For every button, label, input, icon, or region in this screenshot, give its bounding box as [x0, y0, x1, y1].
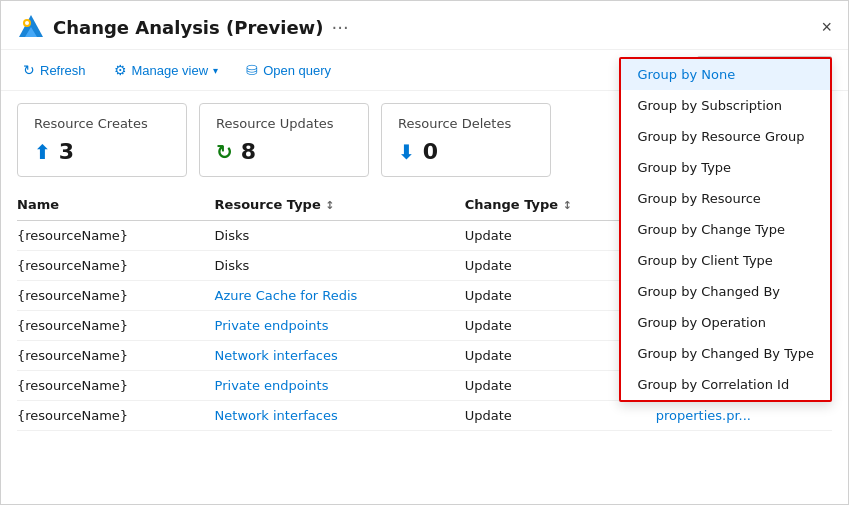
- cell-name: {resourceName}: [17, 281, 215, 311]
- cell-change-type: Update: [465, 401, 656, 431]
- cell-name: {resourceName}: [17, 221, 215, 251]
- sort-icon: ↕: [563, 199, 572, 212]
- dropdown-item[interactable]: Group by Resource Group: [621, 121, 830, 152]
- cell-resource-type[interactable]: Network interfaces: [215, 401, 465, 431]
- dropdown-item[interactable]: Group by Subscription: [621, 90, 830, 121]
- svg-point-3: [25, 21, 29, 25]
- title-left: Change Analysis (Preview) ···: [17, 13, 349, 41]
- card-updates-title: Resource Updates: [216, 116, 352, 131]
- cell-resource-type[interactable]: Private endpoints: [215, 311, 465, 341]
- ellipsis-menu[interactable]: ···: [331, 17, 348, 38]
- gear-icon: ⚙: [114, 62, 127, 78]
- card-deletes-title: Resource Deletes: [398, 116, 534, 131]
- card-deletes-value: ⬇ 0: [398, 139, 534, 164]
- dropdown-item[interactable]: Group by None: [621, 59, 830, 90]
- col-name: Name: [17, 189, 215, 221]
- title-bar: Change Analysis (Preview) ··· ×: [1, 1, 848, 50]
- azure-icon: [17, 13, 45, 41]
- manage-view-label: Manage view: [132, 63, 209, 78]
- cell-name: {resourceName}: [17, 371, 215, 401]
- open-query-label: Open query: [263, 63, 331, 78]
- creates-icon: ⬆: [34, 140, 51, 164]
- col-resource-type[interactable]: Resource Type ↕: [215, 189, 465, 221]
- dropdown-item[interactable]: Group by Correlation Id: [621, 369, 830, 400]
- cell-name: {resourceName}: [17, 311, 215, 341]
- group-by-dropdown: Group by NoneGroup by SubscriptionGroup …: [619, 57, 832, 402]
- dropdown-item[interactable]: Group by Resource: [621, 183, 830, 214]
- card-deletes: Resource Deletes ⬇ 0: [381, 103, 551, 177]
- cell-resource-type: Disks: [215, 251, 465, 281]
- refresh-icon: ↻: [23, 62, 35, 78]
- manage-view-button[interactable]: ⚙ Manage view ▾: [108, 58, 225, 82]
- refresh-button[interactable]: ↻ Refresh: [17, 58, 92, 82]
- card-creates-value: ⬆ 3: [34, 139, 170, 164]
- window-title: Change Analysis (Preview): [53, 17, 323, 38]
- updates-count: 8: [241, 139, 256, 164]
- cell-name: {resourceName}: [17, 341, 215, 371]
- sort-icon: ↕: [325, 199, 334, 212]
- cell-name: {resourceName}: [17, 251, 215, 281]
- card-creates: Resource Creates ⬆ 3: [17, 103, 187, 177]
- dropdown-item[interactable]: Group by Operation: [621, 307, 830, 338]
- deletes-count: 0: [423, 139, 438, 164]
- dropdown-item[interactable]: Group by Client Type: [621, 245, 830, 276]
- dropdown-item[interactable]: Group by Type: [621, 152, 830, 183]
- chevron-down-icon: ▾: [213, 65, 218, 76]
- dropdown-item[interactable]: Group by Change Type: [621, 214, 830, 245]
- cell-changes[interactable]: properties.pr...: [656, 401, 832, 431]
- card-updates-value: ↻ 8: [216, 139, 352, 164]
- card-creates-title: Resource Creates: [34, 116, 170, 131]
- cell-resource-type[interactable]: Private endpoints: [215, 371, 465, 401]
- card-updates: Resource Updates ↻ 8: [199, 103, 369, 177]
- deletes-icon: ⬇: [398, 140, 415, 164]
- dropdown-item[interactable]: Group by Changed By: [621, 276, 830, 307]
- cell-resource-type[interactable]: Azure Cache for Redis: [215, 281, 465, 311]
- creates-count: 3: [59, 139, 74, 164]
- dropdown-item[interactable]: Group by Changed By Type: [621, 338, 830, 369]
- open-query-button[interactable]: ⛁ Open query: [240, 58, 337, 82]
- query-icon: ⛁: [246, 62, 258, 78]
- cell-resource-type: Disks: [215, 221, 465, 251]
- table-row: {resourceName}Network interfacesUpdatepr…: [17, 401, 832, 431]
- refresh-label: Refresh: [40, 63, 86, 78]
- close-button[interactable]: ×: [821, 18, 832, 36]
- cell-resource-type[interactable]: Network interfaces: [215, 341, 465, 371]
- cell-name: {resourceName}: [17, 401, 215, 431]
- change-analysis-window: Change Analysis (Preview) ··· × ↻ Refres…: [0, 0, 849, 505]
- updates-icon: ↻: [216, 140, 233, 164]
